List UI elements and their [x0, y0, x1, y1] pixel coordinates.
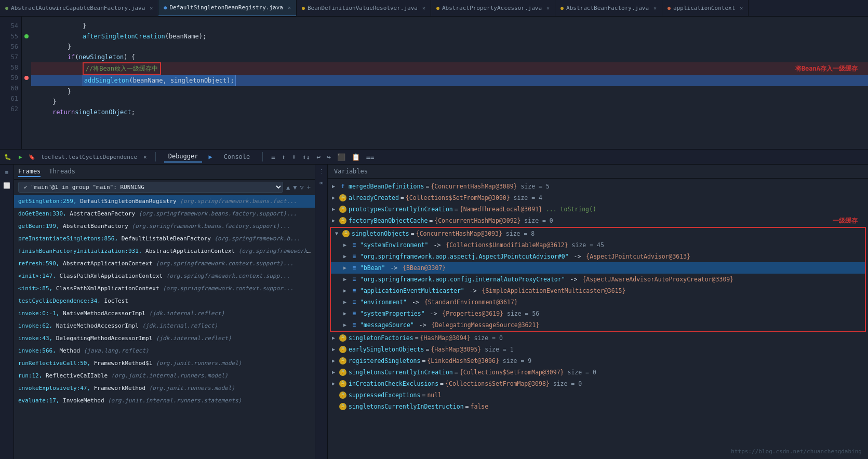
var-earlySingleton[interactable]: ▶ 🔒 earlySingletonObjects = {HashMap@309…: [328, 344, 868, 355]
frame-item-16[interactable]: evaluate:17, InvokeMethod (org.junit.int…: [14, 395, 315, 407]
tab-threads[interactable]: Threads: [49, 167, 75, 177]
panel-icon-1[interactable]: ⋮: [317, 167, 326, 176]
lock-icon-6: 🔒: [339, 357, 346, 365]
debug-close[interactable]: ✕: [143, 154, 147, 160]
filter-icon[interactable]: ▽: [300, 184, 304, 191]
debug-icon-bug: 🐛: [4, 154, 11, 160]
tab-debugger[interactable]: Debugger: [164, 151, 203, 163]
frame-item-0[interactable]: getSingleton:259, DefaultSingletonBeanRe…: [14, 195, 315, 208]
annotation-label-58: 将BeanA存入一级缓存: [795, 63, 858, 74]
code-line-55: afterSingletonCreation(beanName);: [31, 31, 868, 42]
icon-evaluate[interactable]: ↪: [327, 153, 331, 161]
var-singletonFactories[interactable]: ▶ 🔒 singletonFactories = {HashMap@3094} …: [328, 332, 868, 344]
icon-filter[interactable]: ≡: [271, 153, 275, 161]
frame-item-12[interactable]: invoke:566, Method (java.lang.reflect): [14, 345, 315, 357]
console-icon: ▶: [208, 153, 212, 160]
tab-abstract-bean[interactable]: ● AbstractBeanFactory.java ✕: [555, 0, 662, 17]
lock-icon-2: 🔒: [339, 217, 346, 224]
tab-bar: ● AbstractAutowireCapableBeanFactory.jav…: [0, 0, 868, 17]
var-singletonsInDestruction[interactable]: 🔒 singletonsCurrentlyInDestruction = fal…: [328, 401, 868, 412]
var-bBean[interactable]: ▶ ≡ "bBean" -> {BBean@3307}: [331, 262, 865, 274]
tab-close-1[interactable]: ✕: [150, 5, 153, 11]
frames-toolbar: ✓ "main"@1 in group "main": RUNNING ▲ ▼ …: [14, 180, 315, 195]
add-icon[interactable]: +: [307, 184, 311, 191]
var-factoryBeanObjectCache[interactable]: ▶ 🔒 factoryBeanObjectCache = {Concurrent…: [328, 215, 868, 226]
frame-item-3[interactable]: preInstantiateSingletons:856, DefaultLis…: [14, 233, 315, 245]
lock-icon-1: 🔒: [339, 206, 346, 213]
var-singletonsInCreation[interactable]: ▶ 🔒 singletonsCurrentlyInCreation = {Col…: [328, 367, 868, 378]
frame-item-14[interactable]: run:12, ReflectiveCaIIable (org.junit.in…: [14, 370, 315, 382]
code-line-58: //将Bean放入一级缓存中 将BeanA存入一级缓存: [31, 62, 868, 75]
lock-icon-10: 🔒: [339, 403, 346, 410]
icon-settings[interactable]: ≡≡: [366, 153, 375, 161]
frame-item-6[interactable]: <init>:147, ClassPathXmlApplicationConte…: [14, 270, 315, 282]
frame-item-2[interactable]: getBean:199, AbstractBeanFactory (org.sp…: [14, 220, 315, 233]
var-prototypes[interactable]: ▶ 🔒 prototypesCurrentlyInCreation = {Nam…: [328, 204, 868, 215]
var-systemEnvironment[interactable]: ▶ ≡ "systemEnvironment" -> {Collections$…: [331, 239, 865, 251]
lock-icon-7: 🔒: [339, 369, 346, 376]
singleton-objects-group: ▼ 🔒 singletonObjects = {ConcurrentHashMa…: [330, 227, 866, 332]
var-alreadyCreated[interactable]: ▶ 🔒 alreadyCreated = {Collections$SetFro…: [328, 192, 868, 204]
panel-icon-2[interactable]: ∞: [317, 178, 326, 187]
frame-item-11[interactable]: invoke:43, DelegatingMethodAccessorImpl …: [14, 332, 315, 345]
tab-label-4: AbstractPropertyAccessor.java: [442, 5, 542, 11]
frame-item-9[interactable]: invoke:0:-1, NativeMethodAccessorImpl (j…: [14, 307, 315, 320]
variables-panel: Variables ▶ f mergedBeanDefinitions = {C…: [328, 165, 868, 459]
debug-run-icon[interactable]: ▶: [19, 154, 22, 160]
tab-console[interactable]: Console: [220, 152, 255, 162]
tab-abstract-autowire[interactable]: ● AbstractAutowireCapableBeanFactory.jav…: [0, 0, 158, 17]
icon-stop[interactable]: ⬛: [337, 153, 345, 161]
frames-list: getSingleton:259, DefaultSingletonBeanRe…: [14, 195, 315, 459]
var-eventMulticaster[interactable]: ▶ ≡ "applicationEventMulticaster" -> {Si…: [331, 285, 865, 296]
thread-dropdown[interactable]: ✓ "main"@1 in group "main": RUNNING: [18, 182, 283, 193]
sidebar-icon-1[interactable]: ≡: [1, 167, 12, 178]
tab-icon-6: ●: [667, 5, 671, 11]
sidebar-icon-2[interactable]: ⬜: [1, 180, 12, 191]
tab-icon-1: ●: [5, 5, 8, 11]
icon-step-out[interactable]: ⬆↓: [302, 153, 311, 161]
tab-close-2[interactable]: ✕: [288, 5, 291, 10]
var-aspectj[interactable]: ▶ ≡ "org.springframework.aop.aspectj.Asp…: [331, 251, 865, 262]
tab-application-context[interactable]: ● applicationContext ✕: [662, 0, 749, 17]
var-inCreationCheck[interactable]: ▶ 🔒 inCreationCheckExclusions = {Collect…: [328, 378, 868, 389]
var-environment[interactable]: ▶ ≡ "environment" -> {StandardEnvironmen…: [331, 296, 865, 308]
code-line-61: }: [31, 97, 868, 107]
icon-table[interactable]: 📋: [352, 153, 360, 161]
lock-icon-4: 🔒: [339, 334, 346, 342]
var-autoProxy[interactable]: ▶ ≡ "org.springframework.aop.config.inte…: [331, 274, 865, 285]
icon-step-over[interactable]: ⬆: [282, 153, 286, 161]
nav-down-icon[interactable]: ▼: [293, 184, 297, 191]
tab-frames[interactable]: Frames: [18, 167, 41, 177]
frame-item-13[interactable]: runReflectiveCall:50, FrameworkMethod$1 …: [14, 357, 315, 370]
nav-up-icon[interactable]: ▲: [286, 184, 290, 191]
tab-close-4[interactable]: ✕: [546, 5, 550, 11]
tab-bean-definition[interactable]: ● BeanDefinitionValueResolver.java ✕: [297, 0, 431, 17]
tab-icon-4: ●: [436, 5, 439, 11]
tab-abstract-property[interactable]: ● AbstractPropertyAccessor.java ✕: [431, 0, 555, 17]
var-suppressedExceptions[interactable]: 🔒 suppressedExceptions = null: [328, 389, 868, 401]
var-messageSource[interactable]: ▶ ≡ "messageSource" -> {DelegatingMessag…: [331, 319, 865, 331]
var-mergedBeanDefinitions[interactable]: ▶ f mergedBeanDefinitions = {ConcurrentH…: [328, 181, 868, 192]
icon-step-into[interactable]: ⬇: [292, 153, 296, 161]
frame-item-5[interactable]: refresh:590, AbstractApplicationContext …: [14, 258, 315, 270]
tab-label-6: applicationContext: [673, 5, 735, 11]
annotation-cache: 一级缓存: [833, 216, 858, 225]
var-registeredSingletons[interactable]: ▶ 🔒 registeredSingletons = {LinkedHashSe…: [328, 355, 868, 367]
debug-panel: ≡ ⬜ Frames Threads ✓ "main"@1 in group "…: [0, 165, 868, 459]
line-numbers: 54 55 56 57 58 59 60 61 62: [0, 17, 22, 149]
frame-item-8[interactable]: testCyclicDependence:34, IocTest: [14, 295, 315, 307]
frame-item-7[interactable]: <init>:85, ClassPathXmlApplicationContex…: [14, 282, 315, 295]
left-sidebar: ≡ ⬜: [0, 165, 14, 459]
var-systemProperties[interactable]: ▶ ≡ "systemProperties" -> {Properties@36…: [331, 308, 865, 319]
frame-item-10[interactable]: invoke:62, NativeMethodAccessorImpl (jdk…: [14, 320, 315, 332]
icon-run-to-cursor[interactable]: ↩: [316, 153, 321, 161]
frame-item-15[interactable]: invokeExplosively:47, FrameworkMethod (o…: [14, 382, 315, 395]
frame-item-1[interactable]: doGetBean:330, AbstractBeanFactory (org.…: [14, 208, 315, 220]
code-line-54: }: [31, 21, 868, 31]
tab-close-6[interactable]: ✕: [740, 5, 743, 11]
tab-close-3[interactable]: ✕: [422, 5, 425, 11]
var-singletonObjects[interactable]: ▼ 🔒 singletonObjects = {ConcurrentHashMa…: [331, 228, 865, 239]
tab-close-5[interactable]: ✕: [653, 5, 657, 11]
frame-item-4[interactable]: finishBeanFactoryInitialization:931, Abs…: [14, 245, 315, 258]
tab-default-singleton[interactable]: ● DefaultSingletonBeanRegistry.java ✕: [158, 0, 297, 17]
